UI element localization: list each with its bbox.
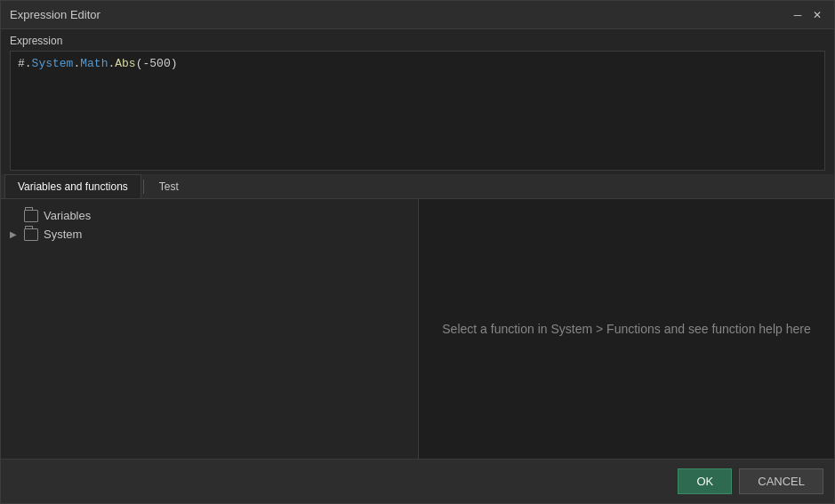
expression-code-display[interactable]: #.System.Math.Abs(-500) — [10, 51, 825, 171]
tree-label-variables: Variables — [44, 209, 91, 222]
bottom-bar: OK CANCEL — [1, 459, 834, 503]
function-help-text: Select a function in System > Functions … — [442, 320, 810, 339]
expand-placeholder — [10, 211, 22, 220]
left-panel: Variables ▶ System — [1, 199, 419, 459]
folder-icon-system — [24, 228, 38, 241]
expression-text: #.System.Math.Abs(-500) — [18, 57, 177, 70]
tab-variables-functions[interactable]: Variables and functions — [4, 174, 141, 198]
expression-editor-dialog: Expression Editor ─ ✕ Expression #.Syste… — [0, 0, 835, 504]
right-panel: Select a function in System > Functions … — [419, 199, 834, 459]
tree-item-variables[interactable]: Variables — [1, 206, 418, 225]
folder-icon-variables — [24, 210, 38, 222]
main-content: Variables ▶ System Select a function in … — [1, 199, 834, 459]
tree-item-system[interactable]: ▶ System — [1, 225, 418, 244]
ok-button[interactable]: OK — [678, 468, 732, 494]
tree-label-system: System — [44, 228, 82, 241]
title-bar: Expression Editor ─ ✕ — [1, 1, 834, 29]
tab-test[interactable]: Test — [146, 174, 192, 198]
tab-divider — [143, 180, 144, 194]
minimize-button[interactable]: ─ — [790, 7, 806, 23]
title-bar-controls: ─ ✕ — [790, 7, 825, 23]
cancel-button[interactable]: CANCEL — [739, 468, 823, 494]
expand-arrow-system: ▶ — [10, 229, 22, 239]
dialog-title: Expression Editor — [10, 8, 100, 21]
expression-label: Expression — [10, 35, 825, 47]
expression-section: Expression #.System.Math.Abs(-500) — [1, 29, 834, 174]
tabs-bar: Variables and functions Test — [1, 174, 834, 199]
close-button[interactable]: ✕ — [809, 7, 825, 23]
